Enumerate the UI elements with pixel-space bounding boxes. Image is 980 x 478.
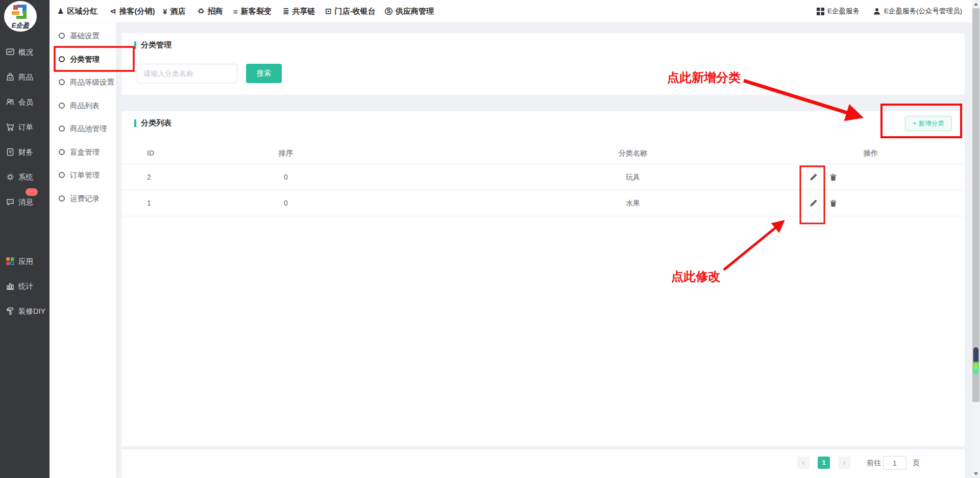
add-category-label: 新增分类 xyxy=(919,119,944,128)
delete-trash-icon[interactable] xyxy=(829,199,838,208)
scroll-down-arrow-icon[interactable] xyxy=(974,472,978,475)
chat-bubble-icon xyxy=(6,197,15,207)
edit-pencil-icon[interactable] xyxy=(809,173,818,182)
sidebar-item-label: 系统 xyxy=(18,172,33,182)
menu-item-label: 商品等级设置 xyxy=(70,78,114,87)
menu-item-label: 运费记录 xyxy=(70,194,100,204)
sidebar-item-orders[interactable]: 订单 xyxy=(0,119,50,135)
sidebar-item-label: 应用 xyxy=(18,257,33,266)
brand-logo-mark-icon xyxy=(12,5,30,20)
circle-bullet-icon xyxy=(59,172,65,178)
overview-chart-icon xyxy=(6,47,15,57)
cell-name: 水果 xyxy=(597,190,669,216)
card-title-text: 分类列表 xyxy=(141,118,172,128)
nav-item-new-customer-fission[interactable]: ≡新客裂变 xyxy=(233,0,272,22)
column-header-sort: 排序 xyxy=(265,142,306,164)
sidebar-item-system[interactable]: 系统 xyxy=(0,169,50,185)
next-page-button[interactable]: › xyxy=(838,457,850,469)
goto-label: 前往 xyxy=(867,457,881,469)
nav-item-investment[interactable]: ♻招商 xyxy=(198,0,223,22)
menu-item-label: 盲盒管理 xyxy=(70,147,100,157)
page-number-button[interactable]: 1 xyxy=(818,457,830,469)
service-label: E企盈服务 xyxy=(827,7,860,16)
column-header-actions: 操作 xyxy=(840,142,901,164)
nav-item-store-cashier[interactable]: ⊡门店-收银台 xyxy=(325,0,376,22)
menu-item-label: 分类管理 xyxy=(70,55,100,64)
cell-sort: 0 xyxy=(265,190,306,216)
cart-icon xyxy=(6,122,15,132)
page-unit-label: 页 xyxy=(913,457,920,469)
nav-item-promoter-distribution[interactable]: ⊲推客(分销) xyxy=(110,0,155,22)
table-row: 1 0 水果 xyxy=(121,190,965,216)
circle-bullet-icon xyxy=(59,103,65,109)
sidebar-item-label: 装修DIY xyxy=(18,307,45,316)
category-search-card: 分类管理 搜索 xyxy=(121,33,965,95)
account-menu[interactable]: E企盈服务(公众号管理员) xyxy=(873,0,962,22)
circle-bullet-icon xyxy=(59,195,65,202)
paint-roller-icon xyxy=(6,307,15,316)
nav-label: 酒店 xyxy=(170,7,185,16)
menu-item-goods-pool-management[interactable]: 商品池管理 xyxy=(50,117,116,140)
users-icon xyxy=(6,97,15,107)
nav-label: 门店-收银台 xyxy=(335,7,376,16)
sidebar-item-messages[interactable]: 消息 xyxy=(0,194,50,210)
cell-id: 2 xyxy=(147,164,151,190)
category-name-input[interactable] xyxy=(137,64,237,83)
menu-item-order-management[interactable]: 订单管理 xyxy=(50,164,116,186)
plus-icon: + xyxy=(913,120,916,127)
sidebar-item-goods[interactable]: 商品 xyxy=(0,69,50,85)
menu-item-goods-level-settings[interactable]: 商品等级设置 xyxy=(50,71,116,93)
cell-sort: 0 xyxy=(265,164,306,190)
pagination-bar: ‹ 1 › 前往 页 xyxy=(121,449,965,478)
category-list-card: 分类列表 + 新增分类 ID 排序 分类名称 操作 2 0 玩具 1 0 水果 xyxy=(121,111,965,446)
edit-pencil-icon[interactable] xyxy=(809,199,818,208)
menu-item-basic-settings[interactable]: 基础设置 xyxy=(50,24,116,47)
scroll-up-arrow-icon[interactable] xyxy=(974,3,978,6)
sidebar-item-members[interactable]: 会员 xyxy=(0,94,50,110)
goto-page-input[interactable] xyxy=(883,456,906,470)
circle-bullet-icon xyxy=(59,149,65,155)
share-icon: ⊲ xyxy=(110,7,116,16)
top-navbar: ♟区域分红 ⊲推客(分销) ¥酒店 ♻招商 ≡新客裂变 ≣共享链 ⊡门店-收银台… xyxy=(50,0,980,22)
menu-item-goods-list[interactable]: 商品列表 xyxy=(50,94,116,117)
card-title-text: 分类管理 xyxy=(141,40,172,50)
circle-bullet-icon xyxy=(59,125,65,132)
sidebar-item-overview[interactable]: 概况 xyxy=(0,44,50,60)
prev-page-button[interactable]: ‹ xyxy=(797,457,810,469)
table-header-row: ID 排序 分类名称 操作 xyxy=(121,142,965,164)
storefront-icon: ⊡ xyxy=(325,7,332,16)
nav-label: 推客(分销) xyxy=(119,7,155,16)
grid-icon xyxy=(817,8,824,15)
cell-id: 1 xyxy=(147,190,151,216)
bar-chart-icon xyxy=(6,282,15,291)
scroll-position-indicator xyxy=(973,347,978,374)
nav-item-supplier-management[interactable]: Ⓢ供应商管理 xyxy=(385,0,434,22)
account-label: E企盈服务(公众号管理员) xyxy=(884,7,962,16)
nav-item-share-chain[interactable]: ≣共享链 xyxy=(283,0,315,22)
scrollbar-thumb[interactable] xyxy=(972,8,979,402)
nav-label: 供应商管理 xyxy=(396,7,434,16)
delete-trash-icon[interactable] xyxy=(829,173,838,182)
sidebar-item-finance[interactable]: ¥ 财务 xyxy=(0,144,50,160)
add-category-button[interactable]: + 新增分类 xyxy=(905,116,952,131)
menu-item-label: 商品列表 xyxy=(70,101,100,111)
sidebar-item-decorate-diy[interactable]: 装修DIY xyxy=(0,304,50,319)
shopping-bag-icon xyxy=(6,72,15,82)
circle-bullet-icon xyxy=(59,56,65,62)
circle-bullet-icon xyxy=(59,79,65,85)
nav-label: 区域分红 xyxy=(67,7,97,16)
nav-item-region-dividend[interactable]: ♟区域分红 xyxy=(57,0,97,22)
service-menu[interactable]: E企盈服务 xyxy=(817,0,860,22)
table-row: 2 0 玩具 xyxy=(121,164,965,190)
menu-item-category-management[interactable]: 分类管理 xyxy=(50,48,116,70)
sidebar-item-statistics[interactable]: 统计 xyxy=(0,279,50,294)
nav-item-hotel[interactable]: ¥酒店 xyxy=(163,0,185,22)
sidebar-item-apps[interactable]: 应用 xyxy=(0,254,50,269)
title-accent-bar xyxy=(134,119,136,127)
apps-grid-icon xyxy=(6,257,15,266)
card-title: 分类列表 xyxy=(134,118,172,128)
menu-item-blind-box-management[interactable]: 盲盒管理 xyxy=(50,141,116,163)
sidebar-item-label: 会员 xyxy=(18,97,33,107)
search-button[interactable]: 搜索 xyxy=(246,64,282,83)
menu-item-freight-records[interactable]: 运费记录 xyxy=(50,187,116,210)
